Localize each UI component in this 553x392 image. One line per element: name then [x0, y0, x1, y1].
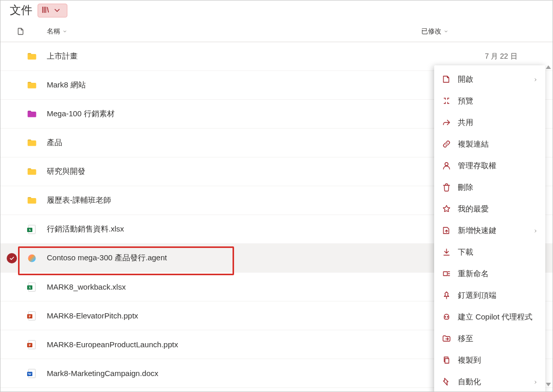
- scroll-up-icon: [546, 65, 551, 69]
- menu-item-label: 下載: [458, 247, 473, 257]
- col-modified-header[interactable]: 已修改: [411, 27, 449, 36]
- file-type-icon: [23, 80, 41, 91]
- file-name: Mark8-MarketingCampaign.docx: [41, 369, 450, 378]
- context-menu: 開啟 預覽 共用 複製連結 管理存取權 刪除 我的最愛 新增快速鍵 下載 重新命…: [434, 65, 545, 392]
- svg-point-17: [448, 316, 449, 317]
- moveto-icon: [441, 333, 452, 344]
- file-name: 上市計畫: [41, 51, 450, 61]
- rename-icon: [441, 269, 452, 279]
- link-icon: [441, 139, 452, 149]
- file-type-icon: W: [23, 368, 41, 379]
- row-checkbox[interactable]: [1, 253, 23, 263]
- pin-icon: [441, 290, 452, 300]
- download-icon: [441, 247, 452, 257]
- menu-item-rename[interactable]: 重新命名: [434, 263, 545, 284]
- menu-item-label: 複製連結: [458, 139, 489, 149]
- library-selector[interactable]: [38, 4, 67, 17]
- file-name: Contoso mega-300 產品發行.agent: [41, 253, 436, 263]
- chevron-right-icon: [533, 378, 538, 386]
- menu-item-access[interactable]: 管理存取權: [434, 155, 545, 176]
- copyto-icon: [441, 355, 452, 365]
- menu-item-label: 共用: [458, 118, 473, 128]
- menu-item-label: 刪除: [458, 183, 473, 192]
- file-type-icon: [23, 195, 41, 206]
- menu-item-shortcut[interactable]: 新增快速鍵: [434, 220, 545, 241]
- menu-item-share[interactable]: 共用: [434, 112, 545, 133]
- chevron-down-icon: [52, 6, 62, 15]
- menu-item-open[interactable]: 開啟: [434, 68, 545, 90]
- check-icon: [7, 253, 17, 263]
- automate-icon: [441, 377, 452, 387]
- copilot-icon: [441, 312, 452, 322]
- menu-item-label: 複製到: [458, 355, 481, 365]
- file-modified: 7 月 22 日: [450, 52, 552, 61]
- chevron-down-icon: [62, 29, 67, 34]
- menu-item-label: 重新命名: [458, 269, 489, 279]
- menu-item-delete[interactable]: 刪除: [434, 176, 545, 198]
- open-icon: [441, 74, 452, 84]
- file-type-icon: X: [23, 224, 41, 235]
- menu-item-favorite[interactable]: 我的最愛: [434, 198, 545, 220]
- menu-item-copyto[interactable]: 複製到: [434, 349, 545, 371]
- svg-text:P: P: [29, 343, 31, 347]
- trash-icon: [441, 182, 452, 192]
- menu-item-preview[interactable]: 預覽: [434, 90, 545, 112]
- share-icon: [441, 117, 452, 128]
- svg-text:X: X: [28, 286, 31, 289]
- header: 文件: [1, 1, 552, 23]
- svg-point-16: [445, 316, 446, 317]
- file-name: Mega-100 行銷素材: [41, 109, 450, 119]
- file-name: 產品: [41, 138, 450, 148]
- menu-item-moveto[interactable]: 移至: [434, 328, 545, 349]
- file-type-icon: [23, 138, 41, 148]
- app-window: 文件 名稱 已修改 上市計畫 7 月 22 日: [0, 0, 553, 392]
- chevron-right-icon: [533, 226, 538, 235]
- col-name-header[interactable]: 名稱: [41, 27, 411, 36]
- file-icon: [16, 26, 25, 37]
- scrollbar[interactable]: [545, 65, 551, 386]
- menu-item-label: 新增快速鍵: [458, 226, 496, 236]
- file-type-icon: [23, 109, 41, 119]
- file-name: 履歷表-課輔班老師: [41, 195, 450, 205]
- menu-item-automate[interactable]: 自動化: [434, 371, 545, 392]
- file-type-icon: X: [23, 281, 41, 293]
- file-type-icon: P: [23, 310, 41, 322]
- file-name: MARK8-ElevatorPitch.pptx: [41, 311, 450, 320]
- preview-icon: [441, 96, 452, 106]
- file-name: MARK8-EuropeanProductLaunch.pptx: [41, 340, 450, 349]
- svg-text:W: W: [28, 372, 32, 376]
- chevron-down-icon: [443, 29, 449, 34]
- menu-item-label: 釘選到頂端: [458, 291, 496, 300]
- scroll-down-icon: [546, 383, 551, 386]
- menu-item-download[interactable]: 下載: [434, 241, 545, 263]
- file-name: 行銷活動銷售資料.xlsx: [41, 224, 450, 234]
- books-icon: [41, 5, 50, 16]
- svg-text:X: X: [28, 228, 31, 231]
- person-icon: [441, 161, 452, 171]
- svg-point-3: [28, 254, 36, 262]
- menu-item-label: 自動化: [458, 377, 481, 387]
- menu-item-copylink[interactable]: 複製連結: [434, 133, 545, 155]
- file-type-icon: [23, 253, 41, 264]
- file-name: Mark8 網站: [41, 80, 450, 90]
- menu-item-label: 移至: [458, 334, 473, 344]
- menu-item-label: 我的最愛: [458, 204, 489, 214]
- col-name-label: 名稱: [47, 27, 60, 36]
- chevron-right-icon: [533, 75, 538, 84]
- menu-item-label: 管理存取權: [458, 161, 496, 171]
- file-name: MARK8_workback.xlsx: [41, 282, 450, 291]
- file-type-icon: P: [23, 339, 41, 350]
- menu-item-label: 預覽: [458, 96, 473, 106]
- menu-item-pin[interactable]: 釘選到頂端: [434, 284, 545, 306]
- col-type-header[interactable]: [1, 26, 41, 37]
- file-name: 研究與開發: [41, 167, 450, 176]
- menu-item-copilot[interactable]: 建立 Copilot 代理程式: [434, 306, 545, 328]
- col-modified-label: 已修改: [421, 27, 441, 36]
- star-icon: [441, 204, 452, 214]
- svg-text:P: P: [29, 314, 31, 318]
- file-type-icon: [23, 167, 41, 177]
- menu-item-label: 建立 Copilot 代理程式: [458, 312, 532, 322]
- page-title: 文件: [10, 3, 32, 18]
- file-type-icon: [23, 51, 41, 62]
- menu-item-label: 開啟: [458, 75, 473, 84]
